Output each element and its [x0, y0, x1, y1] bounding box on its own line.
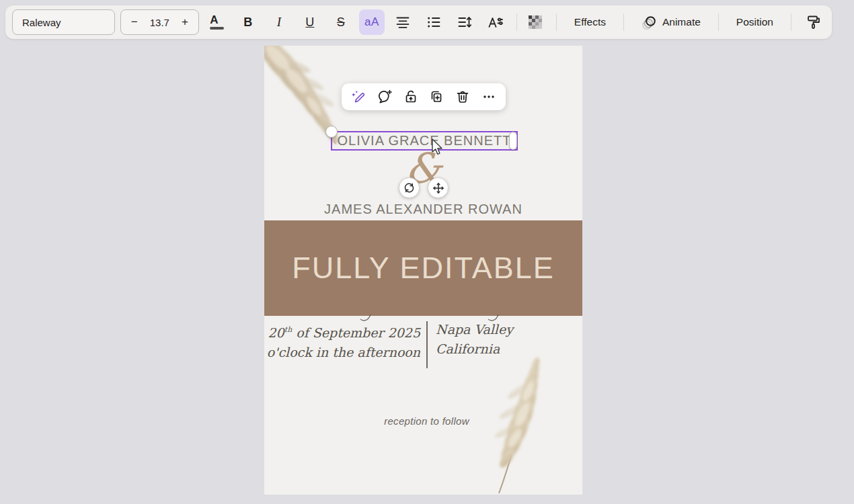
text-color-button[interactable]: A: [204, 9, 230, 35]
increase-font-size-button[interactable]: +: [174, 12, 196, 32]
selection-corner-handle[interactable]: [325, 126, 338, 138]
font-selector[interactable]: Raleway: [12, 9, 115, 35]
animate-icon: [642, 14, 658, 30]
location-line-1: Napa Valley: [436, 320, 513, 339]
copy-style-button[interactable]: [801, 9, 826, 35]
ampersand-ornament[interactable]: &: [264, 148, 582, 190]
transparency-button[interactable]: [522, 9, 548, 35]
bulleted-list-button[interactable]: [421, 9, 447, 35]
line-spacing-button[interactable]: [452, 9, 477, 35]
location-text[interactable]: Napa Valley California: [436, 320, 513, 359]
animate-button[interactable]: Animate: [632, 9, 710, 35]
editable-banner[interactable]: FULLY EDITABLE: [264, 220, 582, 316]
italic-button[interactable]: I: [266, 9, 292, 35]
strikethrough-button[interactable]: S: [328, 9, 354, 35]
toolbar-divider: [623, 13, 624, 31]
decrease-font-size-button[interactable]: −: [124, 12, 145, 32]
toolbar-divider: [556, 13, 557, 31]
duplicate-icon: [428, 89, 444, 105]
more-options-button[interactable]: [477, 85, 500, 108]
toolbar-divider: [791, 13, 791, 31]
reception-note-text[interactable]: reception to follow: [271, 415, 582, 427]
trash-icon: [455, 89, 471, 105]
rotate-icon: [403, 182, 415, 194]
time-line: 3 o'clock in the afternoon: [264, 343, 420, 362]
delete-button[interactable]: [451, 85, 474, 108]
font-name-label: Raleway: [22, 17, 61, 28]
more-options-icon: [481, 89, 497, 105]
design-canvas[interactable]: & JAMES ALEXANDER ROWAN FULLY EDITABLE 2…: [264, 46, 582, 495]
add-comment-icon: [376, 89, 393, 105]
text-align-button[interactable]: [390, 9, 416, 35]
rotate-handle[interactable]: [399, 177, 420, 198]
position-button[interactable]: Position: [727, 9, 783, 35]
banner-text: FULLY EDITABLE: [292, 251, 555, 286]
letter-case-button[interactable]: aA: [359, 9, 385, 35]
effects-button[interactable]: Effects: [565, 9, 615, 35]
bulleted-list-icon: [426, 15, 441, 30]
location-line-2: California: [436, 339, 513, 359]
date-line: 20th of September 2025: [264, 320, 420, 343]
move-icon: [432, 182, 444, 194]
line-spacing-icon: [457, 15, 472, 30]
text-selection-box[interactable]: OLIVIA GRACE BENNETT: [331, 131, 518, 151]
groom-name-text[interactable]: JAMES ALEXANDER ROWAN: [264, 202, 582, 217]
align-center-icon: [395, 15, 410, 30]
bold-button[interactable]: B: [235, 9, 261, 35]
lock-icon: [403, 89, 419, 105]
lock-button[interactable]: [399, 85, 422, 108]
toolbar-divider: [516, 13, 517, 31]
text-settings-icon: [488, 15, 504, 30]
magic-edit-button[interactable]: [347, 85, 370, 108]
font-size-value[interactable]: 13.7: [150, 17, 169, 28]
date-time-text[interactable]: 20th of September 2025 3 o'clock in the …: [264, 320, 420, 362]
add-comment-button[interactable]: [373, 85, 396, 108]
editor-toolbar: Raleway − 13.7 + A B I U S aA: [5, 5, 832, 39]
underline-button[interactable]: U: [297, 9, 323, 35]
font-size-control: − 13.7 +: [120, 9, 199, 35]
element-context-toolbar: [342, 83, 506, 110]
toolbar-divider: [718, 13, 719, 31]
duplicate-button[interactable]: [425, 85, 448, 108]
paint-roller-icon: [806, 14, 822, 30]
date-location-divider: [426, 321, 428, 368]
magic-edit-icon: [350, 89, 366, 105]
bride-name-text[interactable]: OLIVIA GRACE BENNETT: [338, 133, 512, 149]
transparency-icon: [527, 14, 543, 30]
selection-side-handle[interactable]: [509, 132, 517, 150]
text-settings-button[interactable]: [483, 9, 508, 35]
move-handle[interactable]: [428, 177, 449, 198]
